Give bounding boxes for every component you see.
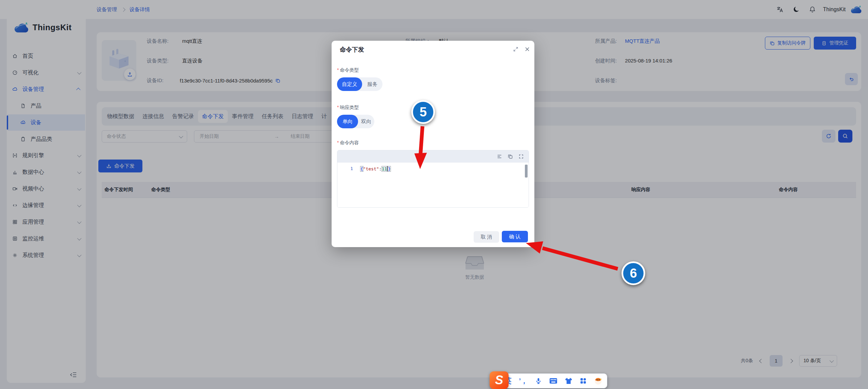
token-close-brace: }	[388, 166, 391, 171]
sogou-ime-logo[interactable]: S	[490, 371, 509, 389]
command-type-label: *命令类型	[337, 67, 359, 73]
editor-code-line[interactable]: {"test":11}	[360, 166, 391, 172]
emoji-assistant-icon[interactable]	[594, 377, 603, 385]
confirm-button[interactable]: 确 认	[502, 231, 528, 242]
modal-fullscreen-icon[interactable]	[513, 46, 519, 52]
editor-body[interactable]: 1 {"test":11}	[337, 163, 529, 207]
response-type-segment: 单向 双向	[337, 115, 374, 128]
command-dispatch-modal: 命令下发 *命令类型 自定义 服务 *响应类型 单向 双向 *命令内容	[332, 41, 534, 247]
ime-punctuation-icon[interactable]: ’，	[519, 376, 528, 386]
response-type-oneway-option[interactable]: 单向	[337, 115, 358, 128]
cancel-button[interactable]: 取 消	[474, 231, 499, 243]
response-type-label: *响应类型	[337, 105, 359, 111]
copy-content-icon[interactable]	[508, 154, 513, 159]
required-mark: *	[337, 140, 339, 145]
microphone-icon[interactable]	[535, 377, 542, 384]
ime-toolbar: 英 ’，	[493, 373, 607, 388]
editor-fullscreen-icon[interactable]	[518, 154, 524, 159]
command-content-editor[interactable]: 1 {"test":11}	[337, 150, 529, 208]
editor-toolbar	[337, 150, 529, 163]
modal-title: 命令下发	[340, 45, 364, 54]
app-root: 设备管理 设备详情 ThingsKit	[0, 0, 868, 389]
editor-scrollbar[interactable]	[525, 165, 528, 178]
command-type-segment: 自定义 服务	[337, 77, 382, 91]
format-lines-icon[interactable]	[497, 154, 502, 159]
keyboard-icon[interactable]	[549, 378, 557, 384]
skin-shirt-icon[interactable]	[565, 377, 572, 384]
required-mark: *	[337, 105, 339, 110]
token-key: "test"	[363, 166, 379, 171]
toolbox-grid-icon[interactable]	[580, 377, 587, 384]
annotation-step-6: 6	[622, 261, 645, 285]
response-type-twoway-option[interactable]: 双向	[358, 115, 374, 128]
command-type-custom-option[interactable]: 自定义	[337, 77, 362, 91]
token-value: 11	[382, 166, 387, 171]
required-mark: *	[337, 67, 339, 73]
command-content-label: *命令内容	[337, 140, 359, 146]
command-type-service-option[interactable]: 服务	[362, 77, 382, 91]
annotation-step-5: 5	[411, 100, 435, 124]
editor-line-number: 1	[337, 166, 353, 171]
token-colon: :	[379, 166, 382, 171]
token-open-brace: {	[360, 166, 363, 171]
modal-close-icon[interactable]	[524, 46, 530, 52]
